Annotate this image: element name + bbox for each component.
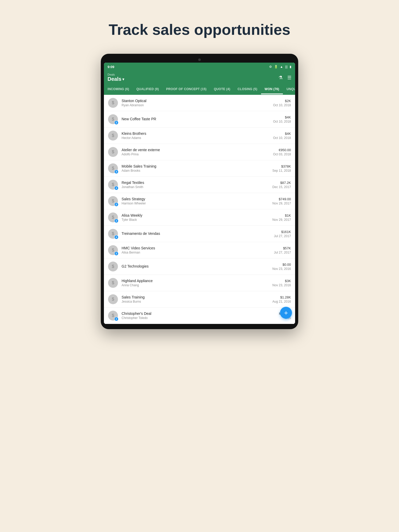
- deal-contact: Harrison Wheeler: [122, 202, 272, 205]
- deal-badge: 4: [114, 235, 118, 239]
- deal-name: Mobile Sales Training: [122, 164, 272, 168]
- page-title: Track sales opportunities: [109, 21, 290, 38]
- deal-name: Sales Training: [122, 295, 272, 299]
- deal-amount: $4K: [273, 132, 291, 136]
- deal-date: Oct 03, 2018: [273, 152, 291, 156]
- deal-meta: $87.2KDec 15, 2017: [272, 181, 291, 189]
- deal-name: Treinamento de Vendas: [122, 231, 274, 236]
- deal-avatar: $: [108, 262, 118, 271]
- deal-badge: 2: [114, 219, 118, 223]
- deal-avatar: $3: [108, 163, 118, 173]
- deal-meta: $4KOct 10, 2018: [273, 115, 291, 123]
- deal-contact: Adam Brooks: [122, 169, 272, 172]
- deal-item[interactable]: $Stanton OpticalRyan Abramson$2KOct 10, …: [104, 95, 295, 111]
- deal-amount: $1.28K: [272, 295, 291, 299]
- deal-badge: 3: [114, 170, 118, 174]
- deal-dollar-icon: $: [112, 182, 114, 187]
- deal-amount: €950.00: [273, 148, 291, 152]
- deal-name: Regal Textiles: [122, 181, 272, 185]
- list-view-icon[interactable]: ☰: [287, 75, 291, 81]
- deal-amount: $0.00: [272, 263, 291, 267]
- deal-item[interactable]: $2HMC Video ServicesAlisa Berman$57KJul …: [104, 242, 295, 258]
- tab-quote----[interactable]: QUOTE (4): [210, 85, 234, 94]
- deal-info: Stanton OpticalRyan Abramson: [122, 99, 273, 107]
- deal-date: Jul 27, 2017: [274, 234, 291, 238]
- deal-badge: 4: [114, 186, 118, 190]
- deal-item[interactable]: $4Treinamento de Vendas$161KJul 27, 2017: [104, 226, 295, 242]
- deal-dollar-icon: $: [112, 166, 114, 171]
- deal-dollar-icon: $: [112, 100, 114, 105]
- deal-item[interactable]: $3Mobile Sales TrainingAdam Brooks$378KS…: [104, 160, 295, 177]
- tab-proof-of-concept-----[interactable]: PROOF OF CONCEPT (15): [163, 85, 210, 94]
- filter-icon[interactable]: ⚗: [278, 75, 283, 81]
- app-bar-title: Deals ▾: [108, 76, 124, 82]
- deal-info: HMC Video ServicesAlisa Berman: [122, 246, 274, 254]
- deal-amount: $57K: [274, 246, 291, 250]
- deal-item[interactable]: $4Regal TextilesJonathan Smith$87.2KDec …: [104, 177, 295, 193]
- deal-contact: Jessica Burns: [122, 300, 272, 303]
- deal-amount: $2K: [273, 99, 291, 103]
- deal-contact: Ryan Abramson: [122, 103, 273, 107]
- deal-avatar: $2: [108, 311, 118, 321]
- deal-amount: $1K: [272, 214, 291, 217]
- deal-badge: 2: [114, 121, 118, 125]
- deal-contact: Anna Chang: [122, 283, 272, 287]
- deal-date: Oct 10, 2018: [273, 120, 291, 123]
- deal-amount: $161K: [274, 230, 291, 234]
- deal-avatar: $2: [108, 245, 118, 255]
- deal-date: Oct 10, 2018: [273, 136, 291, 140]
- deal-item[interactable]: $2Christopher's DealChristopher ToledoMa…: [104, 308, 295, 324]
- deal-meta: €950.00Oct 03, 2018: [273, 148, 291, 156]
- deal-avatar: $2: [108, 212, 118, 222]
- add-deal-fab[interactable]: +: [280, 307, 292, 319]
- deals-list: $Stanton OpticalRyan Abramson$2KOct 10, …: [104, 95, 295, 324]
- tab-won-----[interactable]: WON (76): [261, 85, 283, 94]
- deal-dollar-icon: $: [112, 231, 114, 236]
- deal-item[interactable]: $Sales TrainingJessica Burns$1.28KAug 21…: [104, 291, 295, 308]
- status-bar: 9:09 ⚙ 🔋 ▲ ||| ▮: [104, 63, 295, 71]
- dropdown-arrow-icon[interactable]: ▾: [122, 77, 124, 81]
- deal-dollar-icon: $: [112, 149, 114, 155]
- deal-item[interactable]: $G2 Technologies$0.00Nov 23, 2016: [104, 258, 295, 275]
- tablet-screen: 9:09 ⚙ 🔋 ▲ ||| ▮ Deals Deals ▾ ⚗ ☰: [104, 63, 295, 324]
- deal-info: Mobile Sales TrainingAdam Brooks: [122, 164, 272, 172]
- deal-item[interactable]: $2Sales StrategyHarrison Wheeler$749.00N…: [104, 193, 295, 209]
- deal-badge: 2: [114, 317, 118, 321]
- tab-incoming----[interactable]: INCOMING (6): [104, 85, 133, 94]
- deal-meta: $3KNov 23, 2016: [272, 279, 291, 287]
- tab-closing----[interactable]: CLOSING (5): [234, 85, 261, 94]
- deal-badge: 2: [114, 202, 118, 207]
- deal-avatar: $4: [108, 180, 118, 190]
- deal-item[interactable]: $Highland ApplianceAnna Chang$3KNov 23, …: [104, 275, 295, 291]
- deal-info: Regal TextilesJonathan Smith: [122, 181, 272, 189]
- deal-item[interactable]: $Atelier de vente externeAdolfo Prina€95…: [104, 144, 295, 160]
- deal-date: Nov 23, 2016: [272, 267, 291, 271]
- deal-date: Sep 11, 2018: [272, 169, 291, 172]
- app-bar-right: ⚗ ☰: [278, 75, 291, 81]
- breadcrumb: Deals: [108, 73, 124, 76]
- deal-dollar-icon: $: [112, 280, 114, 285]
- deal-item[interactable]: $Kleins BrothersHector Adams$4KOct 10, 2…: [104, 128, 295, 144]
- tab-unqualified-----[interactable]: UNQUALIFIED (12): [283, 85, 295, 94]
- deal-avatar: $2: [108, 196, 118, 206]
- deal-dollar-icon: $: [112, 198, 114, 204]
- battery-full-icon: ▮: [290, 65, 291, 69]
- deal-meta: $4KOct 10, 2018: [273, 132, 291, 140]
- deal-badge: 2: [114, 251, 118, 256]
- tab-qualified----[interactable]: QUALIFIED (9): [133, 85, 163, 94]
- deal-amount: $4K: [273, 115, 291, 119]
- status-time: 9:09: [108, 65, 114, 69]
- deal-name: Atelier de vente externe: [122, 148, 273, 152]
- deal-info: Alisa WeeklyTyler Black: [122, 213, 272, 222]
- deal-amount: $378K: [272, 164, 291, 168]
- deal-date: Nov 29, 2017: [272, 218, 291, 222]
- deal-contact: Tyler Black: [122, 218, 272, 222]
- deal-meta: $749.00Nov 29, 2017: [272, 197, 291, 205]
- deal-meta: $1KNov 29, 2017: [272, 214, 291, 222]
- deal-avatar: $: [108, 98, 118, 108]
- deal-item[interactable]: $2Alisa WeeklyTyler Black$1KNov 29, 2017: [104, 209, 295, 226]
- deal-avatar: $: [108, 147, 118, 157]
- deal-item[interactable]: $2New Coffee Taste PR$4KOct 10, 2018: [104, 111, 295, 128]
- deal-amount: $749.00: [272, 197, 291, 201]
- deal-info: G2 Technologies: [122, 264, 272, 269]
